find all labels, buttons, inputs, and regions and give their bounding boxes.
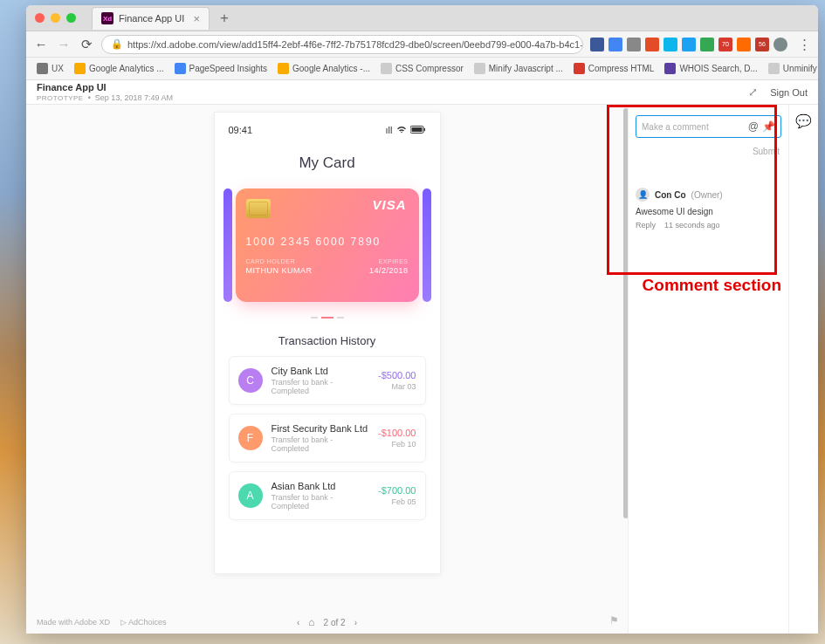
- comment-item: 👤 Con Co (Owner) Awesome UI design Reply…: [636, 188, 781, 230]
- compress-icon: [574, 63, 585, 74]
- transaction-amount: -$700.00: [378, 485, 416, 496]
- bookmark-item[interactable]: WHOIS Search, D...: [661, 63, 760, 74]
- bookmark-item[interactable]: Google Analytics -...: [274, 63, 374, 74]
- submit-button[interactable]: Submit: [636, 147, 780, 156]
- prototype-title: Finance App UI: [37, 82, 173, 92]
- pager-label: 2 of 2: [324, 618, 346, 627]
- mention-icon[interactable]: @: [748, 120, 759, 133]
- made-with-label[interactable]: Made with Adobe XD: [37, 618, 110, 627]
- url-field[interactable]: 🔒 https://xd.adobe.com/view/add15ff4-2eb…: [101, 35, 583, 54]
- transaction-list: C City Bank Ltd Transfer to bank - Compl…: [229, 356, 426, 520]
- extension-icon[interactable]: [608, 38, 622, 51]
- transaction-name: City Bank Ltd: [272, 366, 370, 376]
- new-tab-button[interactable]: +: [215, 9, 234, 28]
- transaction-avatar: C: [238, 368, 263, 393]
- transaction-name: First Security Bank Ltd: [272, 423, 370, 434]
- window-controls: [35, 13, 76, 23]
- comment-placeholder: Make a comment: [642, 122, 745, 132]
- transaction-amount: -$100.00: [378, 428, 416, 438]
- bookmark-item[interactable]: CSS Compressor: [377, 63, 467, 74]
- extension-icon[interactable]: 70: [718, 38, 732, 51]
- reply-link[interactable]: Reply: [636, 221, 656, 230]
- comment-text: Awesome UI design: [636, 207, 781, 216]
- extension-icon[interactable]: [682, 38, 696, 51]
- transaction-date: Feb 05: [378, 497, 416, 506]
- extension-icon[interactable]: [590, 38, 604, 51]
- card-carousel[interactable]: VISA 1000 2345 6000 7890 CARD HOLDER MIT…: [229, 184, 426, 306]
- transaction-name: Asian Bank Ltd: [272, 481, 370, 491]
- phone-artboard: 09:41 ıll My Card VISA 1000 2345 6000 78…: [214, 112, 441, 574]
- transaction-amount: -$500.00: [378, 370, 416, 380]
- close-tab-icon[interactable]: ×: [193, 12, 200, 25]
- flag-icon[interactable]: ⚑: [609, 614, 619, 627]
- card-number: 1000 2345 6000 7890: [246, 236, 409, 248]
- extension-icon[interactable]: [663, 38, 677, 51]
- transaction-desc: Transfer to bank - Completed: [272, 435, 370, 453]
- reload-button[interactable]: ⟳: [79, 37, 94, 52]
- extension-icon[interactable]: [737, 38, 751, 51]
- bookmark-item[interactable]: Google Analytics ...: [71, 63, 168, 74]
- folder-icon: [37, 63, 48, 74]
- bookmark-item[interactable]: Compress HTML: [570, 63, 658, 74]
- commenter-avatar-icon: 👤: [636, 188, 650, 202]
- xd-header: Finance App UI PROTOTYPE • Sep 13, 2018 …: [26, 80, 818, 105]
- close-window-button[interactable]: [35, 13, 45, 23]
- ga-icon: [278, 63, 289, 74]
- extension-icon[interactable]: [645, 38, 659, 51]
- adchoices-link[interactable]: ▷ AdChoices: [120, 618, 167, 627]
- extension-icon[interactable]: [700, 38, 714, 51]
- battery-icon: [410, 125, 426, 135]
- back-button[interactable]: ←: [33, 37, 49, 51]
- canvas-area: 09:41 ıll My Card VISA 1000 2345 6000 78…: [26, 105, 628, 634]
- pager-prev[interactable]: ‹: [297, 618, 299, 627]
- comment-time: 11 seconds ago: [664, 221, 720, 230]
- phone-statusbar: 09:41 ıll: [229, 125, 426, 135]
- bookmark-item[interactable]: UX: [33, 63, 67, 74]
- prototype-date: Sep 13, 2018 7:49 AM: [95, 93, 173, 102]
- transaction-avatar: A: [238, 483, 263, 508]
- forward-button[interactable]: →: [56, 37, 72, 51]
- svg-rect-1: [411, 127, 422, 132]
- bookmarks-bar: UX Google Analytics ... PageSpeed Insigh…: [26, 58, 818, 80]
- profile-avatar-icon[interactable]: [773, 38, 787, 51]
- bookmark-item[interactable]: PageSpeed Insights: [171, 63, 272, 74]
- sign-out-link[interactable]: Sign Out: [770, 87, 808, 98]
- extension-icon[interactable]: 56: [755, 38, 769, 51]
- status-time: 09:41: [229, 125, 253, 135]
- transaction-row[interactable]: F First Security Bank Ltd Transfer to ba…: [229, 414, 426, 462]
- maximize-window-button[interactable]: [66, 13, 76, 23]
- page-icon: [474, 63, 485, 74]
- prototype-label: PROTOTYPE: [37, 94, 84, 102]
- commenter-name: Con Co: [655, 190, 686, 200]
- transaction-date: Mar 03: [378, 382, 416, 391]
- address-bar: ← → ⟳ 🔒 https://xd.adobe.com/view/add15f…: [26, 31, 818, 58]
- wifi-icon: [396, 125, 407, 135]
- screen-title: My Card: [229, 154, 426, 172]
- transaction-row[interactable]: A Asian Bank Ltd Transfer to bank - Comp…: [229, 471, 426, 520]
- minimize-window-button[interactable]: [51, 13, 60, 23]
- transaction-row[interactable]: C City Bank Ltd Transfer to bank - Compl…: [229, 356, 426, 405]
- bookmark-item[interactable]: Unminify JS, CSS ...: [765, 63, 818, 74]
- extension-icon[interactable]: [627, 38, 641, 51]
- browser-menu-button[interactable]: ⋮: [798, 37, 811, 52]
- card-brand: VISA: [372, 197, 406, 212]
- pager-home-icon[interactable]: ⌂: [308, 616, 314, 628]
- tab-title: Finance App UI: [119, 13, 184, 24]
- footer-credits: Made with Adobe XD ▷ AdChoices: [37, 618, 167, 627]
- right-rail: 💬: [788, 105, 818, 634]
- comments-toggle-icon[interactable]: 💬: [795, 113, 812, 129]
- signal-icon: ıll: [386, 125, 393, 135]
- page-icon: [768, 63, 780, 74]
- browser-window: Xd Finance App UI × + ← → ⟳ 🔒 https://xd…: [26, 5, 818, 634]
- screen-pager: ‹ ⌂ 2 of 2 ›: [297, 616, 357, 628]
- comment-input[interactable]: Make a comment @ 📌: [636, 115, 781, 138]
- pin-icon[interactable]: 📌: [762, 120, 775, 133]
- bookmark-item[interactable]: Minify Javascript ...: [471, 63, 567, 74]
- fullscreen-icon[interactable]: ⤢: [748, 86, 758, 99]
- chip-icon: [246, 199, 271, 218]
- page-icon: [381, 63, 392, 74]
- browser-tab[interactable]: Xd Finance App UI ×: [92, 7, 210, 30]
- annotation-label: Comment section: [643, 276, 781, 295]
- credit-card: VISA 1000 2345 6000 7890 CARD HOLDER MIT…: [236, 188, 419, 302]
- pager-next[interactable]: ›: [354, 618, 357, 627]
